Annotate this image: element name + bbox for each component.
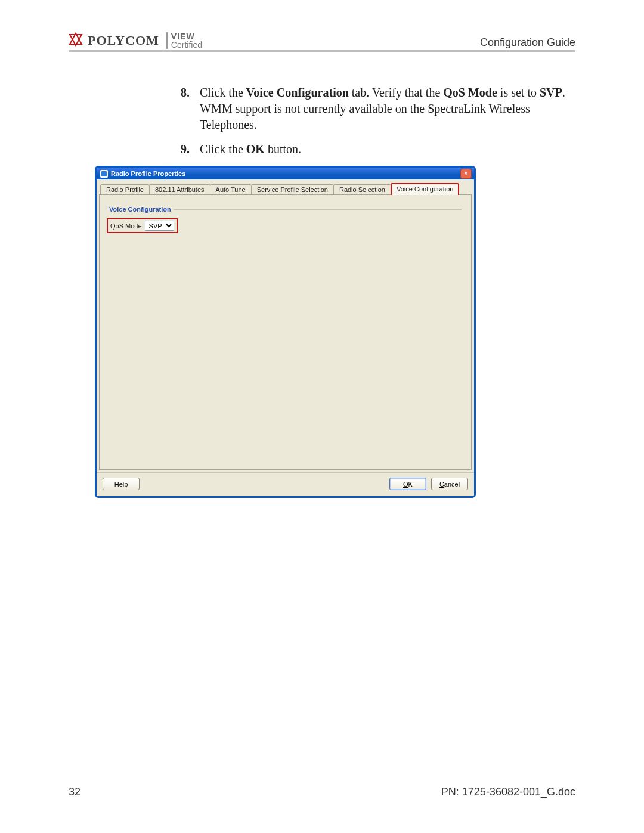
step-text: Click the OK button.: [200, 143, 301, 156]
tab-radio-selection[interactable]: Radio Selection: [333, 184, 391, 195]
document-page: POLYCOM VIEW Certified Configuration Gui…: [0, 0, 644, 833]
cancel-button[interactable]: Cancel: [431, 478, 468, 490]
dialog-titlebar[interactable]: Radio Profile Properties ×: [97, 168, 474, 179]
dialog-app-icon: [100, 170, 108, 178]
tab-panel-voice-configuration: Voice Configuration QoS Mode SVP: [99, 194, 472, 470]
ok-button[interactable]: OK: [389, 478, 426, 490]
step-number: 9.: [181, 141, 190, 157]
instruction-step: 8. Click the Voice Configuration tab. Ve…: [181, 85, 575, 133]
dialog-title: Radio Profile Properties: [111, 170, 185, 177]
step-number: 8.: [181, 85, 190, 101]
qos-mode-select[interactable]: SVP: [145, 221, 174, 231]
instruction-list: 8. Click the Voice Configuration tab. Ve…: [69, 85, 575, 157]
tab-voice-configuration[interactable]: Voice Configuration: [391, 183, 459, 195]
dialog-footer: Help OK Cancel: [97, 472, 474, 496]
qos-mode-label: QoS Mode: [110, 222, 142, 230]
fieldset-rule: [172, 209, 462, 210]
step-text: Click the Voice Configuration tab. Verif…: [200, 86, 565, 131]
dialog-body: Radio Profile 802.11 Attributes Auto Tun…: [97, 179, 474, 472]
radio-profile-dialog: Radio Profile Properties × Radio Profile…: [95, 166, 476, 498]
polycom-logo-icon: [69, 32, 83, 49]
tabstrip: Radio Profile 802.11 Attributes Auto Tun…: [99, 183, 472, 195]
instruction-step: 9. Click the OK button.: [181, 141, 575, 157]
help-button[interactable]: Help: [103, 478, 140, 490]
brand-name: POLYCOM: [88, 33, 159, 48]
tab-80211-attributes[interactable]: 802.11 Attributes: [149, 184, 210, 195]
close-icon[interactable]: ×: [460, 169, 472, 179]
tab-radio-profile[interactable]: Radio Profile: [100, 184, 150, 195]
view-certified-badge: VIEW Certified: [166, 32, 202, 49]
page-header: POLYCOM VIEW Certified Configuration Gui…: [69, 32, 575, 52]
tab-auto-tune[interactable]: Auto Tune: [210, 184, 252, 195]
part-number: PN: 1725-36082-001_G.doc: [441, 786, 575, 798]
page-footer: 32 PN: 1725-36082-001_G.doc: [69, 786, 575, 798]
fieldset-legend: Voice Configuration: [107, 206, 174, 213]
doc-title: Configuration Guide: [480, 36, 575, 49]
view-label: VIEW: [171, 32, 202, 41]
qos-mode-group: QoS Mode SVP: [107, 218, 178, 233]
brand-block: POLYCOM VIEW Certified: [69, 32, 202, 49]
page-number: 32: [69, 786, 80, 798]
certified-label: Certified: [171, 41, 202, 49]
tab-service-profile-selection[interactable]: Service Profile Selection: [251, 184, 334, 195]
